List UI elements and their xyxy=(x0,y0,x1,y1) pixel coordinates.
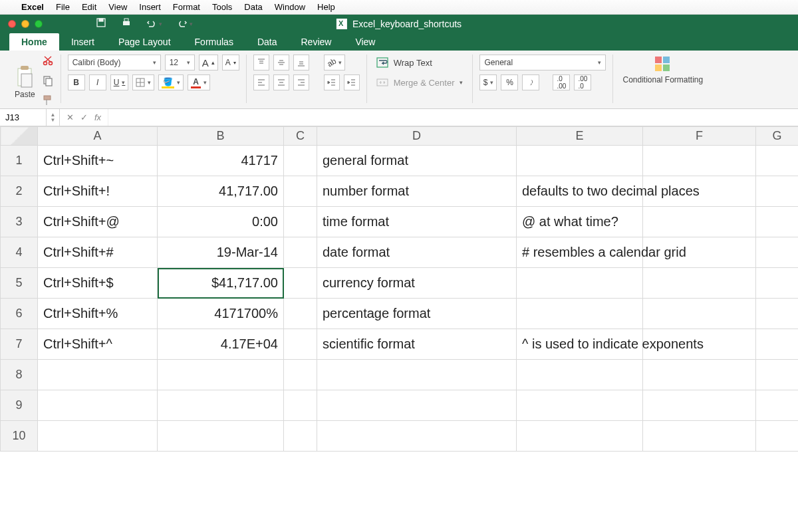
col-header-A[interactable]: A xyxy=(38,127,158,146)
fx-icon[interactable]: fx xyxy=(94,112,101,122)
mac-menu-file[interactable]: File xyxy=(56,2,70,12)
cell-A2[interactable]: Ctrl+Shift+! xyxy=(38,176,158,207)
mac-menu-tools[interactable]: Tools xyxy=(212,2,232,12)
cell-E4[interactable]: # resembles a calendar grid xyxy=(517,237,643,268)
tab-formulas[interactable]: Formulas xyxy=(183,33,245,51)
print-icon[interactable] xyxy=(121,17,132,31)
col-header-C[interactable]: C xyxy=(284,127,317,146)
align-middle-icon[interactable] xyxy=(273,55,289,70)
font-size-combo[interactable]: 12▾ xyxy=(165,55,195,70)
paste-button[interactable]: Paste xyxy=(12,65,38,99)
format-painter-icon[interactable] xyxy=(42,94,54,109)
cell-A8[interactable] xyxy=(38,360,158,390)
cell-C6[interactable] xyxy=(284,299,317,329)
cell-F3[interactable] xyxy=(643,207,756,237)
cell-A5[interactable]: Ctrl+Shift+$ xyxy=(38,268,158,299)
merge-center-button[interactable]: Merge & Center▾ xyxy=(374,74,466,90)
underline-button[interactable]: U▾ xyxy=(110,74,129,90)
mac-menu-view[interactable]: View xyxy=(108,2,127,12)
tab-review[interactable]: Review xyxy=(289,33,343,51)
align-right-icon[interactable] xyxy=(293,74,309,90)
align-bottom-icon[interactable] xyxy=(293,55,309,70)
cell-F8[interactable] xyxy=(643,360,756,390)
conditional-formatting-button[interactable]: Conditional Formatting xyxy=(620,55,706,84)
cell-E8[interactable] xyxy=(517,360,643,390)
cell-A3[interactable]: Ctrl+Shift+@ xyxy=(38,207,158,237)
enter-formula-icon[interactable]: ✓ xyxy=(80,112,88,122)
cell-C8[interactable] xyxy=(284,360,317,390)
row-header[interactable]: 3 xyxy=(1,207,38,237)
orientation-button[interactable]: ab▾ xyxy=(324,55,345,70)
decrease-font-icon[interactable]: A▾ xyxy=(222,55,239,70)
mac-menu-data[interactable]: Data xyxy=(244,2,262,12)
cell-A10[interactable] xyxy=(38,421,158,452)
cell-A6[interactable]: Ctrl+Shift+% xyxy=(38,299,158,329)
italic-button[interactable]: I xyxy=(89,74,106,90)
cell-F1[interactable] xyxy=(643,146,756,176)
row-header[interactable]: 2 xyxy=(1,176,38,207)
cell-C9[interactable] xyxy=(284,390,317,421)
select-all-corner[interactable] xyxy=(1,127,38,146)
tab-view[interactable]: View xyxy=(343,33,387,51)
borders-button[interactable]: ▾ xyxy=(132,74,154,90)
col-header-G[interactable]: G xyxy=(756,127,799,146)
copy-icon[interactable] xyxy=(42,74,54,89)
cell-E10[interactable] xyxy=(517,421,643,452)
cell-C3[interactable] xyxy=(284,207,317,237)
cell-B2[interactable]: 41,717.00 xyxy=(158,176,284,207)
tab-home[interactable]: Home xyxy=(9,33,59,51)
decrease-indent-icon[interactable] xyxy=(324,74,340,90)
wrap-text-button[interactable]: Wrap Text xyxy=(374,55,435,70)
cell-B5[interactable]: $41,717.00 xyxy=(158,268,284,299)
cell-G8[interactable] xyxy=(756,360,799,390)
decrease-decimal-icon[interactable]: .00.0 xyxy=(574,74,591,90)
cell-A7[interactable]: Ctrl+Shift+^ xyxy=(38,329,158,360)
spreadsheet-grid[interactable]: A B C D E F G 1Ctrl+Shift+~41717general … xyxy=(0,126,798,532)
col-header-B[interactable]: B xyxy=(158,127,284,146)
tab-page-layout[interactable]: Page Layout xyxy=(106,33,183,51)
accounting-format-button[interactable]: $▾ xyxy=(479,74,497,90)
row-header[interactable]: 8 xyxy=(1,360,38,390)
window-minimize-icon[interactable] xyxy=(21,20,29,28)
row-header[interactable]: 4 xyxy=(1,237,38,268)
cell-D6[interactable]: percentage format xyxy=(317,299,517,329)
cell-G2[interactable] xyxy=(756,176,799,207)
cell-B3[interactable]: 0:00 xyxy=(158,207,284,237)
cell-F5[interactable] xyxy=(643,268,756,299)
cell-E7[interactable]: ^ is used to indicate exponents xyxy=(517,329,643,360)
row-header[interactable]: 6 xyxy=(1,299,38,329)
row-header[interactable]: 7 xyxy=(1,329,38,360)
cell-C5[interactable] xyxy=(284,268,317,299)
cell-G6[interactable] xyxy=(756,299,799,329)
cell-B6[interactable]: 4171700% xyxy=(158,299,284,329)
cell-E1[interactable] xyxy=(517,146,643,176)
cell-D5[interactable]: currency format xyxy=(317,268,517,299)
row-header[interactable]: 1 xyxy=(1,146,38,176)
mac-menu-format[interactable]: Format xyxy=(173,2,200,12)
percent-format-button[interactable]: % xyxy=(501,74,518,90)
cell-D9[interactable] xyxy=(317,390,517,421)
cell-G10[interactable] xyxy=(756,421,799,452)
cell-E6[interactable] xyxy=(517,299,643,329)
formula-input[interactable] xyxy=(108,109,798,126)
cell-D10[interactable] xyxy=(317,421,517,452)
mac-menu-edit[interactable]: Edit xyxy=(82,2,96,12)
row-header[interactable]: 5 xyxy=(1,268,38,299)
align-center-icon[interactable] xyxy=(273,74,289,90)
cell-C4[interactable] xyxy=(284,237,317,268)
col-header-F[interactable]: F xyxy=(643,127,756,146)
cell-B1[interactable]: 41717 xyxy=(158,146,284,176)
mac-menu-window[interactable]: Window xyxy=(275,2,305,12)
cell-C10[interactable] xyxy=(284,421,317,452)
cell-G1[interactable] xyxy=(756,146,799,176)
cell-B8[interactable] xyxy=(158,360,284,390)
cell-F9[interactable] xyxy=(643,390,756,421)
cell-B10[interactable] xyxy=(158,421,284,452)
font-color-button[interactable]: A▾ xyxy=(188,74,210,90)
cell-E5[interactable] xyxy=(517,268,643,299)
cell-E2[interactable]: defaults to two decimal places xyxy=(517,176,643,207)
cell-G3[interactable] xyxy=(756,207,799,237)
name-box-stepper[interactable]: ▲▼ xyxy=(47,109,60,126)
undo-icon[interactable]: ▾ xyxy=(146,19,162,29)
align-top-icon[interactable] xyxy=(253,55,269,70)
